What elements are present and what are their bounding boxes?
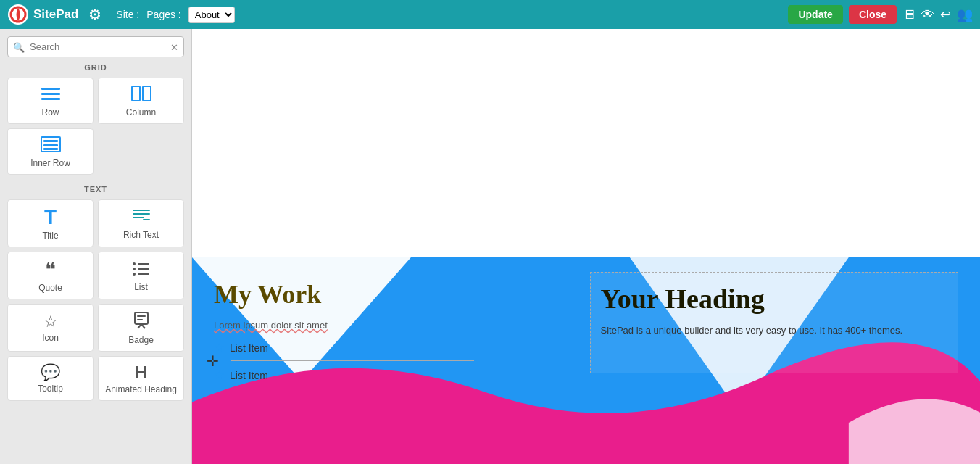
clear-icon[interactable]: ✕	[170, 41, 178, 52]
svg-point-19	[133, 273, 136, 276]
eye-icon[interactable]: 👁	[921, 7, 934, 22]
tooltip-icon: 💬	[41, 365, 60, 381]
widget-quote[interactable]: ❝ Quote	[7, 252, 94, 299]
text-section-label: TEXT	[0, 185, 191, 194]
svg-rect-11	[133, 210, 150, 211]
search-icon: 🔍	[13, 41, 25, 52]
column-icon	[131, 86, 151, 104]
canvas-top	[192, 29, 980, 257]
list-item-1: ★ List Item	[214, 341, 561, 355]
widget-rich-text[interactable]: Rich Text	[98, 199, 184, 247]
my-work-heading: My Work	[214, 279, 561, 310]
search-input[interactable]	[7, 36, 184, 57]
main-layout: 🔍 ✕ GRID Row	[0, 29, 980, 464]
title-label: Title	[42, 231, 58, 241]
pages-label: Pages :	[146, 9, 180, 20]
list-item-2-text: List Item	[230, 370, 268, 381]
canvas-content: My Work Lorem ipsum dolor sit amet ★ Lis…	[192, 257, 980, 464]
row-icon	[41, 86, 61, 104]
list-divider	[231, 360, 474, 361]
grid-section-label: GRID	[0, 63, 191, 72]
svg-rect-13	[133, 217, 144, 218]
list-icon	[132, 260, 151, 279]
users-icon[interactable]: 👥	[957, 7, 973, 22]
widget-row[interactable]: Row	[7, 78, 94, 124]
svg-rect-12	[133, 213, 150, 215]
svg-rect-20	[138, 273, 149, 275]
topbar-actions: Update Close 🖥 👁 ↩ 👥	[788, 5, 973, 24]
list-item-2: ★ List Item	[214, 368, 561, 382]
icon-label: Icon	[42, 333, 59, 343]
title-icon: T	[44, 207, 57, 228]
badge-icon	[133, 312, 149, 332]
update-button[interactable]: Update	[788, 5, 842, 24]
logo-icon	[7, 4, 29, 25]
topbar: SitePad ⚙ Site : Pages : About Update Cl…	[0, 0, 980, 29]
svg-rect-9	[43, 144, 58, 146]
widget-column[interactable]: Column	[98, 78, 184, 124]
canvas-preview: ✛ My Work Lorem ipsum dolor sit amet ★ L…	[192, 257, 980, 464]
widget-badge[interactable]: Badge	[98, 304, 184, 352]
svg-point-17	[133, 268, 136, 270]
right-column[interactable]: Your Heading SitePad is a unique builder…	[590, 272, 959, 373]
svg-rect-24	[137, 315, 146, 317]
widget-icon-item[interactable]: ☆ Icon	[7, 304, 94, 352]
rich-text-label: Rich Text	[123, 230, 159, 240]
icon-widget-icon: ☆	[43, 314, 58, 330]
svg-rect-5	[132, 86, 140, 101]
pages-select[interactable]: About	[188, 7, 235, 23]
rich-text-icon	[132, 208, 151, 227]
list-item-1-text: List Item	[230, 342, 268, 354]
grid-widget-grid: Row Column	[0, 75, 191, 181]
quote-icon: ❝	[45, 260, 56, 280]
svg-rect-18	[138, 268, 149, 270]
svg-rect-21	[135, 312, 148, 324]
svg-rect-4	[41, 98, 60, 100]
inner-row-icon	[41, 136, 61, 155]
widget-tooltip[interactable]: 💬 Tooltip	[7, 356, 94, 401]
sidebar: 🔍 ✕ GRID Row	[0, 29, 192, 464]
badge-label: Badge	[128, 335, 154, 345]
widget-animated-heading[interactable]: H Animated Heading	[98, 356, 184, 401]
svg-rect-10	[43, 148, 58, 150]
canvas-area: ✛ My Work Lorem ipsum dolor sit amet ★ L…	[192, 29, 980, 464]
text-widget-grid: T Title Rich Text ❝ Quote	[0, 196, 191, 407]
undo-icon[interactable]: ↩	[940, 7, 951, 22]
list-label: List	[134, 282, 148, 292]
animated-heading-label: Animated Heading	[105, 384, 177, 394]
quote-label: Quote	[38, 283, 62, 293]
your-heading-text: SitePad is a unique builder and its very…	[601, 323, 948, 338]
tooltip-label: Tooltip	[38, 384, 63, 394]
widget-title[interactable]: T Title	[7, 199, 94, 247]
site-label: Site :	[116, 9, 139, 20]
svg-rect-3	[41, 93, 60, 95]
logo-area: SitePad	[7, 4, 78, 25]
svg-rect-25	[137, 319, 143, 320]
drag-cursor-icon: ✛	[207, 352, 219, 370]
svg-rect-6	[143, 86, 151, 101]
monitor-icon[interactable]: 🖥	[902, 7, 915, 22]
svg-rect-8	[43, 140, 58, 142]
star-icon-2: ★	[214, 368, 224, 382]
column-label: Column	[126, 107, 156, 117]
lorem-text: Lorem ipsum dolor sit amet	[214, 320, 561, 331]
widget-list[interactable]: List	[98, 252, 184, 299]
left-column: My Work Lorem ipsum dolor sit amet ★ Lis…	[214, 272, 561, 388]
your-heading: Your Heading	[601, 283, 948, 315]
gear-icon[interactable]: ⚙	[88, 6, 101, 23]
search-container: 🔍 ✕	[7, 36, 184, 57]
logo-text: SitePad	[33, 7, 78, 22]
animated-heading-icon: H	[135, 364, 147, 381]
svg-rect-2	[41, 88, 60, 90]
svg-rect-16	[138, 263, 149, 265]
row-label: Row	[41, 107, 59, 117]
inner-row-label: Inner Row	[30, 158, 70, 168]
close-button[interactable]: Close	[849, 5, 897, 24]
svg-rect-14	[143, 219, 150, 220]
svg-point-15	[133, 262, 136, 265]
widget-inner-row[interactable]: Inner Row	[7, 128, 94, 175]
